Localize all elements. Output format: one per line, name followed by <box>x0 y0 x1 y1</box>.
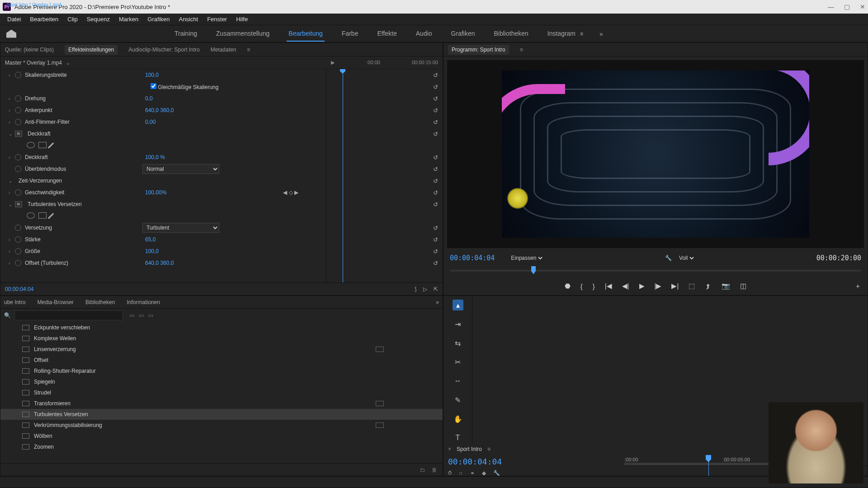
menu-ansicht[interactable]: Ansicht <box>174 14 203 24</box>
effect-item[interactable]: Wölben <box>0 431 443 441</box>
step-back-icon[interactable]: ◀| <box>622 282 629 290</box>
go-to-out-icon[interactable]: ▶| <box>671 282 679 290</box>
keyframe-stopwatch-icon[interactable] <box>15 225 21 231</box>
program-monitor[interactable] <box>447 60 864 248</box>
play-icon[interactable]: ▶ <box>331 60 335 66</box>
twirl-icon[interactable]: › <box>9 96 15 101</box>
keyframe-stopwatch-icon[interactable] <box>15 166 21 172</box>
ec-prop-value[interactable]: 100,0 % <box>145 154 165 160</box>
effect-item[interactable]: Komplexe Wellen <box>0 333 443 344</box>
minimize-button[interactable]: — <box>828 3 834 10</box>
ec-prop-value[interactable]: 100,00% <box>145 189 166 196</box>
lift-icon[interactable]: ⬚ <box>689 282 695 290</box>
project-tab[interactable]: Informationen <box>127 299 160 305</box>
32bit-badge-icon[interactable]: ▭ <box>148 312 153 319</box>
source-tab[interactable]: Audioclip-Mischer: Sport Intro <box>128 47 199 53</box>
keyframe-stopwatch-icon[interactable] <box>15 189 21 196</box>
ec-prop-value[interactable]: 100,0 <box>145 72 159 78</box>
go-to-in-icon[interactable]: |◀ <box>605 282 612 290</box>
play-button[interactable]: ▶ <box>639 282 645 290</box>
effect-item[interactable]: Turbulentes Versetzen <box>0 409 443 420</box>
keyframe-stopwatch-icon[interactable] <box>15 260 21 266</box>
program-fit-dropdown[interactable]: Einpassen <box>509 254 544 262</box>
ec-prop-value[interactable]: 640,0 360,0 <box>145 107 174 113</box>
workspace-tab[interactable]: Bibliotheken <box>492 26 530 42</box>
pen-tool-icon[interactable]: ✎ <box>453 394 463 405</box>
workspace-tab[interactable]: Bearbeitung <box>287 26 325 42</box>
ec-dropdown[interactable]: Turbulent <box>142 223 219 233</box>
ec-prop-value[interactable]: 65,0 <box>145 236 156 243</box>
pen-mask-icon[interactable] <box>48 142 54 148</box>
source-tab[interactable]: Metadaten <box>211 47 236 53</box>
source-tab[interactable]: Effekteinstellungen <box>65 45 118 55</box>
menu-marken[interactable]: Marken <box>114 14 143 24</box>
effect-item[interactable]: Linsenverzerrung <box>0 344 443 355</box>
marker-icon[interactable]: ◆ <box>482 470 486 476</box>
workspace-tab[interactable]: Effekte <box>375 26 398 42</box>
menu-sequenz[interactable]: Sequenz <box>82 14 114 24</box>
workspace-tab[interactable]: Grafiken <box>449 26 477 42</box>
insert-mode-icon[interactable]: ⥀ <box>448 470 452 476</box>
twirl-icon[interactable]: › <box>9 120 15 125</box>
workspace-tab[interactable]: Zusammenstellung <box>214 26 271 42</box>
workspace-menu-icon[interactable]: ≡ <box>580 31 583 37</box>
ellipse-mask-icon[interactable] <box>27 142 35 148</box>
keyframe-stopwatch-icon[interactable] <box>15 154 21 160</box>
keyframe-stopwatch-icon[interactable] <box>15 95 21 102</box>
step-forward-icon[interactable]: |▶ <box>655 282 662 290</box>
pen-mask-icon[interactable] <box>48 213 54 219</box>
delete-icon[interactable]: 🗑 <box>432 467 437 473</box>
fx-badge-icon[interactable]: fx <box>15 201 22 207</box>
twirl-icon[interactable]: › <box>9 261 15 266</box>
effect-item[interactable]: Spiegeln <box>0 376 443 387</box>
keyframe-stopwatch-icon[interactable] <box>15 107 21 113</box>
chevron-down-icon[interactable]: ⌄ <box>66 60 70 66</box>
twirl-icon[interactable]: › <box>9 73 15 78</box>
workspace-tab[interactable]: Training <box>173 26 199 42</box>
mark-out-icon[interactable]: } <box>593 282 595 290</box>
workspace-tab[interactable]: Farbe <box>340 26 360 42</box>
ec-prop-value[interactable]: 640,0 360,0 <box>145 260 174 266</box>
project-tab[interactable]: Bibliotheken <box>85 299 115 305</box>
twirl-icon[interactable]: › <box>9 190 15 195</box>
menu-hilfe[interactable]: Hilfe <box>231 14 252 24</box>
program-playhead-icon[interactable] <box>531 266 536 274</box>
timeline-timecode[interactable]: 00:00:04:04 <box>443 455 534 468</box>
ec-playhead-icon[interactable] <box>340 69 345 74</box>
twirl-icon[interactable]: › <box>9 155 15 160</box>
effect-item[interactable]: Verkrümmungsstabilisierung <box>0 420 443 431</box>
ellipse-mask-icon[interactable] <box>27 212 35 219</box>
snap-icon[interactable]: ∩ <box>459 470 463 476</box>
twirl-icon[interactable]: ⌄ <box>9 202 15 207</box>
keyframe-stopwatch-icon[interactable] <box>15 248 21 254</box>
program-timecode[interactable]: 00:00:04:04 <box>450 254 495 262</box>
keyframe-stopwatch-icon[interactable] <box>15 72 21 78</box>
settings-icon[interactable]: 🔧 <box>493 470 500 476</box>
filter-icon[interactable]: ⟆ <box>415 286 417 292</box>
export-frame-icon[interactable]: ⇱ <box>434 286 438 292</box>
keyframe-stopwatch-icon[interactable] <box>15 236 21 243</box>
settings-wrench-icon[interactable]: 🔧 <box>665 255 672 261</box>
timeline-playhead-icon[interactable] <box>706 455 711 462</box>
keyframe-nav[interactable]: ◀ ◇ ▶ <box>283 189 298 196</box>
effect-item[interactable]: Strudel <box>0 387 443 398</box>
program-tab[interactable]: Programm: Sport Intro <box>448 45 509 55</box>
extract-icon[interactable]: ⮭ <box>705 282 712 290</box>
menu-fenster[interactable]: Fenster <box>203 14 231 24</box>
panel-menu-icon[interactable]: ≡ <box>247 47 250 53</box>
effect-item[interactable]: Eckpunkte verschieben <box>0 322 443 333</box>
keyframe-stopwatch-icon[interactable] <box>15 119 21 125</box>
type-tool-icon[interactable]: T <box>453 432 463 443</box>
close-button[interactable]: ✕ <box>860 3 865 10</box>
panel-overflow-icon[interactable]: » <box>436 299 439 305</box>
twirl-icon[interactable]: ⌄ <box>9 131 15 136</box>
effect-item[interactable]: Offset <box>0 355 443 366</box>
accelerated-badge-icon[interactable]: ▭ <box>139 312 144 319</box>
workspace-tab[interactable]: Audio <box>414 26 434 42</box>
hand-tool-icon[interactable]: ✋ <box>453 413 463 424</box>
menu-clip[interactable]: Clip <box>63 14 82 24</box>
ec-prop-value[interactable]: 0,00 <box>145 119 156 125</box>
fx-badge-icon[interactable]: fx <box>15 131 22 137</box>
twirl-icon[interactable]: › <box>9 108 15 113</box>
effect-item[interactable]: Zoomen <box>0 441 443 452</box>
